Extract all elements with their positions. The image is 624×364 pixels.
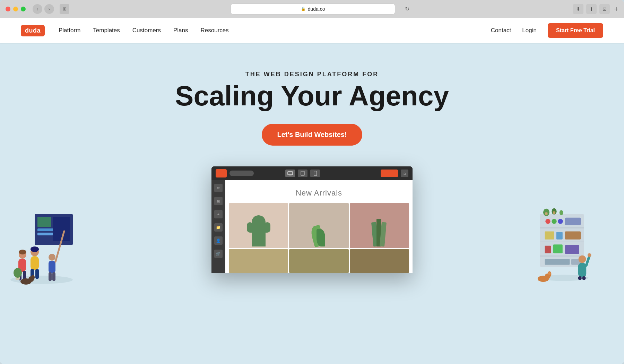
browser-actions: ⬇ ⬆ ⊡ + [573,4,618,14]
product-cell-monstera [289,249,348,273]
illustration-left [7,200,76,287]
svg-rect-24 [49,261,55,273]
nav-right: Contact Login Start Free Trial [491,23,603,38]
svg-rect-12 [53,217,70,241]
traffic-lights [6,7,26,11]
add-tool[interactable]: + [214,210,223,218]
reload-button[interactable]: ↻ [402,4,412,14]
product-grid-row2 [225,249,413,273]
hero-title: Scaling Your Agency [7,82,617,110]
forward-button[interactable]: › [44,4,54,14]
logo[interactable]: duda [21,25,45,36]
svg-rect-45 [545,246,551,253]
layers-tool[interactable]: ⊞ [214,197,223,205]
mobile-icon[interactable] [310,170,320,177]
svg-rect-57 [578,276,582,280]
svg-rect-9 [37,217,51,227]
desktop-icon[interactable] [285,170,295,177]
tablet-icon[interactable] [298,170,307,177]
svg-point-64 [548,272,551,275]
user-tool[interactable]: 👤 [214,236,223,245]
browser-nav-buttons: ‹ › [33,4,54,14]
svg-point-31 [14,268,22,278]
svg-rect-41 [565,218,581,225]
product-cell-tropical [289,203,348,248]
nav-login[interactable]: Login [522,27,537,34]
svg-rect-44 [565,231,581,239]
fullscreen-btn[interactable]: ⊡ [599,4,610,14]
hero-cta-button[interactable]: Let's Build Websites! [262,124,362,146]
nav-platform[interactable]: Platform [59,27,80,34]
svg-point-4 [303,175,303,175]
download-button[interactable]: ⬇ [573,4,583,14]
cart-tool[interactable]: 🛒 [214,250,223,258]
nav-templates[interactable]: Templates [93,27,120,34]
svg-point-22 [19,250,26,254]
product-cell-other [350,249,409,273]
svg-rect-0 [288,172,293,175]
editor-red-btn [216,169,227,177]
product-cell-succulent [229,249,288,273]
share-button[interactable]: ⬆ [586,4,597,14]
hero-subtitle: THE WEB DESIGN PLATFORM FOR [7,71,617,78]
svg-point-39 [552,219,556,224]
svg-rect-47 [565,245,579,254]
editor-titlebar: ⌂ [211,166,413,180]
url-text: duda.co [308,6,325,12]
svg-rect-51 [545,213,547,215]
nav-contact[interactable]: Contact [491,27,511,34]
editor-window: ⌂ ✏ ⊞ + 📁 👤 🛒 [211,166,413,273]
editor-device-icons [285,170,320,177]
svg-rect-11 [37,233,53,235]
editor-tools-sidebar: ✏ ⊞ + 📁 👤 🛒 [211,180,225,273]
svg-rect-56 [578,263,586,277]
svg-rect-48 [545,259,570,265]
svg-rect-25 [49,272,52,281]
address-bar[interactable]: 🔒 duda.co [231,3,395,15]
svg-point-6 [315,175,315,175]
product-cell-snake-plant [350,203,409,248]
canvas-section-title: New Arrivals [225,180,413,203]
svg-point-29 [31,275,35,280]
nav-plans[interactable]: Plans [173,27,188,34]
svg-rect-58 [582,276,586,280]
svg-point-54 [560,210,563,215]
start-free-trial-button[interactable]: Start Free Trial [548,23,603,38]
editor-publish-btn[interactable] [381,170,398,177]
svg-point-17 [31,246,39,252]
svg-rect-14 [31,256,39,270]
editor-canvas: New Arrivals [225,180,413,273]
editor-right-controls: ⌂ [381,170,408,177]
nav-resources[interactable]: Resources [201,27,229,34]
site-navigation: duda Platform Templates Customers Plans … [0,18,624,43]
svg-line-59 [586,256,589,266]
nav-links: Platform Templates Customers Plans Resou… [59,27,491,34]
lock-icon: 🔒 [301,7,306,11]
svg-point-38 [545,219,550,224]
editor-home-btn[interactable]: ⌂ [401,170,408,177]
browser-frame: ‹ › ⊞ 🔒 duda.co ↻ ⬇ ⬆ ⊡ + duda Platform … [0,0,624,364]
svg-point-40 [558,219,563,224]
svg-point-23 [49,254,55,261]
fullscreen-button[interactable] [21,7,26,11]
hero-section: THE WEB DESIGN PLATFORM FOR Scaling Your… [0,43,624,287]
back-button[interactable]: ‹ [33,4,42,14]
editor-url-pill [229,171,254,176]
svg-rect-46 [553,244,563,253]
nav-customers[interactable]: Customers [132,27,161,34]
svg-rect-53 [553,211,555,214]
svg-point-55 [579,255,586,263]
svg-point-60 [588,253,591,257]
new-tab-button[interactable]: + [614,5,618,14]
svg-rect-26 [52,272,55,281]
sidebar-toggle-button[interactable]: ⊞ [60,4,69,14]
svg-rect-43 [556,232,563,240]
editor-preview: ⌂ ✏ ⊞ + 📁 👤 🛒 [211,166,413,273]
svg-rect-16 [35,269,39,279]
illustration-right [534,200,596,287]
close-button[interactable] [6,7,10,11]
minimize-button[interactable] [13,7,18,11]
pencil-tool[interactable]: ✏ [214,184,223,192]
svg-rect-42 [545,231,554,239]
folder-tool[interactable]: 📁 [214,223,223,232]
